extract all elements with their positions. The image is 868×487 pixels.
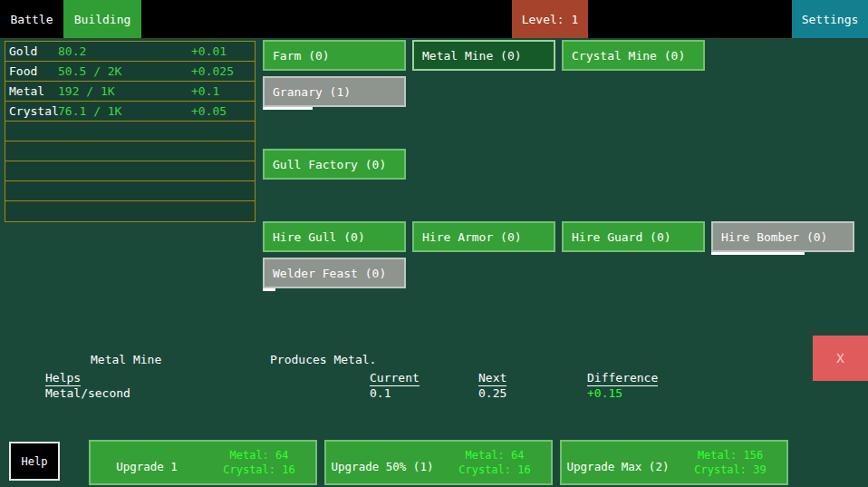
upgrade-button-costs: Metal: 64 Crystal: 16 (439, 442, 551, 483)
game-screen: Battle Building Level: 1 Settings Gold 8… (0, 0, 868, 487)
upgrade-button-label: Upgrade 50% (1) (326, 442, 439, 483)
info-row-next: 0.25 (478, 386, 506, 400)
resource-row-metal: Metal 192 / 1K +0.1 (5, 82, 255, 102)
building-button-hire-armor[interactable]: Hire Armor (0) (412, 221, 555, 252)
resource-rate: +0.01 (191, 44, 255, 58)
resource-value: 192 / 1K (58, 84, 191, 98)
cost-crystal: Crystal: 16 (223, 463, 294, 477)
upgrade-1-button[interactable]: Upgrade 1 Metal: 64 Crystal: 16 (89, 440, 317, 485)
resource-value: 80.2 (58, 44, 191, 58)
info-col-current: Current (370, 371, 420, 386)
resource-value: 50.5 / 2K (58, 64, 191, 78)
tab-battle[interactable]: Battle (0, 0, 63, 38)
info-row-label: Metal/second (45, 386, 130, 400)
resource-rate: +0.1 (191, 84, 255, 98)
resource-value: 76.1 / 1K (58, 104, 191, 118)
cost-metal: Metal: 64 (465, 448, 524, 463)
building-button-hire-gull[interactable]: Hire Gull (0) (263, 221, 406, 252)
info-col-difference: Difference (587, 371, 658, 386)
building-button-hire-guard[interactable]: Hire Guard (0) (562, 221, 705, 252)
resource-row-food: Food 50.5 / 2K +0.025 (5, 62, 255, 82)
resource-row-empty (5, 161, 255, 181)
building-button-granary[interactable]: Granary (1) (263, 76, 406, 107)
building-button-crystal-mine[interactable]: Crystal Mine (0) (562, 40, 705, 71)
resource-rate: +0.05 (191, 104, 255, 118)
resource-name: Metal (5, 84, 58, 98)
cost-metal: Metal: 156 (698, 448, 763, 463)
building-button-hire-bomber[interactable]: Hire Bomber (0) (711, 221, 854, 252)
level-badge: Level: 1 (512, 0, 588, 38)
resource-row-gold: Gold 80.2 +0.01 (5, 42, 255, 62)
upgrade-button-label: Upgrade Max (2) (562, 442, 674, 483)
info-col-next: Next (478, 371, 506, 386)
resource-rate: +0.025 (191, 64, 255, 78)
welder-feast-progress-bar (263, 288, 275, 291)
close-info-button[interactable]: X (813, 336, 868, 381)
upgrade-button-label: Upgrade 1 (91, 442, 203, 483)
cost-metal: Metal: 64 (229, 448, 288, 463)
building-button-metal-mine[interactable]: Metal Mine (0) (412, 40, 555, 71)
resource-row-crystal: Crystal 76.1 / 1K +0.05 (5, 102, 255, 122)
info-description: Produces Metal. (270, 353, 376, 366)
resource-name: Gold (5, 44, 58, 58)
info-row-current: 0.1 (370, 386, 391, 400)
settings-button[interactable]: Settings (792, 0, 868, 38)
cost-crystal: Crystal: 39 (694, 463, 766, 477)
resource-name: Food (5, 64, 58, 78)
granary-progress-bar (263, 107, 313, 110)
resource-row-empty (5, 181, 255, 201)
resource-row-empty (5, 122, 255, 141)
resource-row-empty (5, 201, 255, 221)
building-button-welder-feast[interactable]: Welder Feast (0) (263, 258, 406, 288)
upgrade-button-costs: Metal: 156 Crystal: 39 (674, 442, 786, 483)
building-button-gull-factory[interactable]: Gull Factory (0) (263, 149, 406, 180)
resource-row-empty (5, 141, 255, 161)
info-title: Metal Mine (91, 353, 161, 366)
resource-name: Crystal (5, 104, 58, 118)
info-col-helps: Helps (45, 371, 81, 386)
tab-building[interactable]: Building (63, 0, 141, 38)
info-row-difference: +0.15 (587, 386, 622, 400)
hire-bomber-progress-bar (711, 252, 805, 255)
resource-table: Gold 80.2 +0.01 Food 50.5 / 2K +0.025 Me… (5, 41, 256, 222)
top-bar: Battle Building Level: 1 Settings (0, 0, 868, 38)
help-button[interactable]: Help (9, 442, 60, 481)
upgrade-button-costs: Metal: 64 Crystal: 16 (203, 442, 315, 483)
upgrade-max-button[interactable]: Upgrade Max (2) Metal: 156 Crystal: 39 (560, 440, 788, 485)
building-button-farm[interactable]: Farm (0) (263, 40, 406, 71)
upgrade-50-percent-button[interactable]: Upgrade 50% (1) Metal: 64 Crystal: 16 (324, 440, 553, 485)
cost-crystal: Crystal: 16 (458, 463, 530, 477)
